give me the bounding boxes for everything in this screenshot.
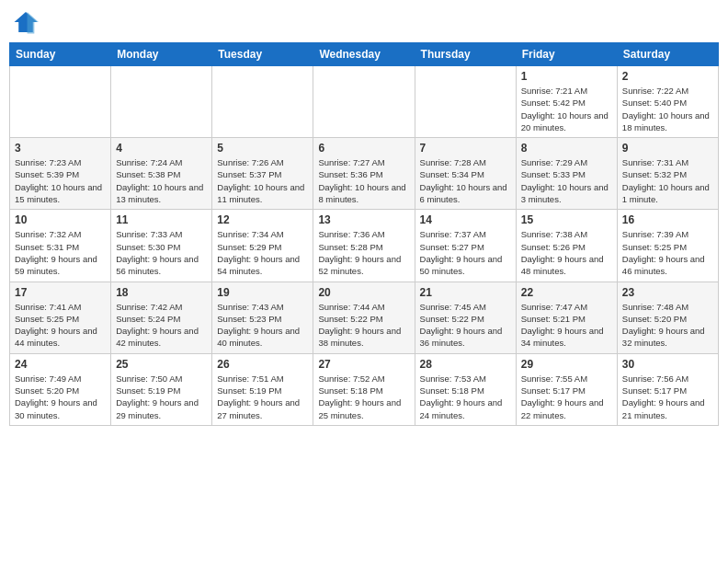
calendar-header-row: SundayMondayTuesdayWednesdayThursdayFrid…: [10, 43, 719, 66]
day-info: Sunrise: 7:55 AM Sunset: 5:17 PM Dayligh…: [521, 373, 612, 421]
calendar-table: SundayMondayTuesdayWednesdayThursdayFrid…: [9, 42, 719, 426]
day-info: Sunrise: 7:43 AM Sunset: 5:23 PM Dayligh…: [217, 301, 308, 350]
calendar-cell: 29Sunrise: 7:55 AM Sunset: 5:17 PM Dayli…: [516, 353, 617, 425]
day-number: 7: [420, 142, 511, 155]
calendar-cell: 22Sunrise: 7:47 AM Sunset: 5:21 PM Dayli…: [516, 282, 617, 353]
day-number: 16: [622, 213, 713, 226]
calendar-cell: 1Sunrise: 7:21 AM Sunset: 5:42 PM Daylig…: [516, 66, 617, 138]
day-info: Sunrise: 7:26 AM Sunset: 5:37 PM Dayligh…: [217, 156, 308, 205]
day-info: Sunrise: 7:34 AM Sunset: 5:29 PM Dayligh…: [217, 228, 308, 277]
day-info: Sunrise: 7:52 AM Sunset: 5:18 PM Dayligh…: [318, 373, 409, 421]
calendar-cell: [212, 66, 313, 138]
day-number: 5: [217, 142, 308, 155]
day-info: Sunrise: 7:31 AM Sunset: 5:32 PM Dayligh…: [622, 156, 713, 205]
day-number: 8: [521, 142, 612, 155]
weekday-header: Sunday: [10, 43, 111, 66]
day-number: 14: [420, 213, 511, 226]
day-number: 24: [15, 358, 106, 371]
calendar-cell: 7Sunrise: 7:28 AM Sunset: 5:34 PM Daylig…: [415, 138, 516, 210]
day-info: Sunrise: 7:42 AM Sunset: 5:24 PM Dayligh…: [116, 301, 207, 350]
calendar-week-row: 24Sunrise: 7:49 AM Sunset: 5:20 PM Dayli…: [10, 353, 719, 425]
day-info: Sunrise: 7:47 AM Sunset: 5:21 PM Dayligh…: [521, 301, 612, 350]
calendar-cell: 2Sunrise: 7:22 AM Sunset: 5:40 PM Daylig…: [617, 66, 718, 138]
calendar-cell: 11Sunrise: 7:33 AM Sunset: 5:30 PM Dayli…: [111, 210, 212, 282]
day-number: 9: [622, 142, 713, 155]
logo: [13, 9, 42, 35]
calendar-cell: 8Sunrise: 7:29 AM Sunset: 5:33 PM Daylig…: [516, 138, 617, 210]
day-info: Sunrise: 7:44 AM Sunset: 5:22 PM Dayligh…: [318, 301, 409, 350]
day-number: 11: [116, 213, 207, 226]
calendar-cell: 6Sunrise: 7:27 AM Sunset: 5:36 PM Daylig…: [313, 138, 415, 210]
calendar-cell: 4Sunrise: 7:24 AM Sunset: 5:38 PM Daylig…: [111, 138, 212, 210]
calendar-cell: [313, 66, 415, 138]
day-number: 19: [217, 286, 308, 299]
day-number: 2: [622, 70, 713, 83]
calendar-week-row: 10Sunrise: 7:32 AM Sunset: 5:31 PM Dayli…: [10, 210, 719, 282]
weekday-header: Monday: [111, 43, 212, 66]
day-number: 6: [318, 142, 409, 155]
day-number: 12: [217, 213, 308, 226]
day-info: Sunrise: 7:27 AM Sunset: 5:36 PM Dayligh…: [318, 156, 409, 205]
day-info: Sunrise: 7:56 AM Sunset: 5:17 PM Dayligh…: [622, 373, 713, 421]
logo-icon: [13, 9, 39, 35]
calendar-cell: 3Sunrise: 7:23 AM Sunset: 5:39 PM Daylig…: [10, 138, 111, 210]
calendar-cell: 16Sunrise: 7:39 AM Sunset: 5:25 PM Dayli…: [617, 210, 718, 282]
day-number: 23: [622, 286, 713, 299]
day-info: Sunrise: 7:48 AM Sunset: 5:20 PM Dayligh…: [622, 301, 713, 350]
weekday-header: Friday: [516, 43, 617, 66]
day-info: Sunrise: 7:24 AM Sunset: 5:38 PM Dayligh…: [116, 156, 207, 205]
calendar-cell: 19Sunrise: 7:43 AM Sunset: 5:23 PM Dayli…: [212, 282, 313, 353]
day-info: Sunrise: 7:29 AM Sunset: 5:33 PM Dayligh…: [521, 156, 612, 205]
day-number: 17: [15, 286, 106, 299]
day-number: 27: [318, 358, 409, 371]
day-info: Sunrise: 7:38 AM Sunset: 5:26 PM Dayligh…: [521, 228, 612, 277]
weekday-header: Wednesday: [313, 43, 415, 66]
day-info: Sunrise: 7:28 AM Sunset: 5:34 PM Dayligh…: [420, 156, 511, 205]
day-info: Sunrise: 7:37 AM Sunset: 5:27 PM Dayligh…: [420, 228, 511, 277]
day-number: 3: [15, 142, 106, 155]
day-number: 30: [622, 358, 713, 371]
day-info: Sunrise: 7:51 AM Sunset: 5:19 PM Dayligh…: [217, 373, 308, 421]
calendar-cell: 12Sunrise: 7:34 AM Sunset: 5:29 PM Dayli…: [212, 210, 313, 282]
day-info: Sunrise: 7:49 AM Sunset: 5:20 PM Dayligh…: [15, 373, 106, 421]
calendar-cell: 10Sunrise: 7:32 AM Sunset: 5:31 PM Dayli…: [10, 210, 111, 282]
day-info: Sunrise: 7:22 AM Sunset: 5:40 PM Dayligh…: [622, 85, 713, 133]
calendar-cell: 13Sunrise: 7:36 AM Sunset: 5:28 PM Dayli…: [313, 210, 415, 282]
calendar-cell: 14Sunrise: 7:37 AM Sunset: 5:27 PM Dayli…: [415, 210, 516, 282]
day-number: 29: [521, 358, 612, 371]
day-info: Sunrise: 7:53 AM Sunset: 5:18 PM Dayligh…: [420, 373, 511, 421]
day-number: 15: [521, 213, 612, 226]
day-number: 21: [420, 286, 511, 299]
day-info: Sunrise: 7:23 AM Sunset: 5:39 PM Dayligh…: [15, 156, 106, 205]
day-number: 20: [318, 286, 409, 299]
weekday-header: Tuesday: [212, 43, 313, 66]
calendar-cell: 15Sunrise: 7:38 AM Sunset: 5:26 PM Dayli…: [516, 210, 617, 282]
day-number: 22: [521, 286, 612, 299]
calendar-cell: [111, 66, 212, 138]
day-info: Sunrise: 7:39 AM Sunset: 5:25 PM Dayligh…: [622, 228, 713, 277]
day-number: 25: [116, 358, 207, 371]
page-header: [9, 9, 719, 35]
calendar-cell: 9Sunrise: 7:31 AM Sunset: 5:32 PM Daylig…: [617, 138, 718, 210]
calendar-week-row: 1Sunrise: 7:21 AM Sunset: 5:42 PM Daylig…: [10, 66, 719, 138]
calendar-cell: 5Sunrise: 7:26 AM Sunset: 5:37 PM Daylig…: [212, 138, 313, 210]
calendar-cell: 27Sunrise: 7:52 AM Sunset: 5:18 PM Dayli…: [313, 353, 415, 425]
calendar-cell: 30Sunrise: 7:56 AM Sunset: 5:17 PM Dayli…: [617, 353, 718, 425]
weekday-header: Saturday: [617, 43, 718, 66]
day-number: 18: [116, 286, 207, 299]
calendar-cell: 20Sunrise: 7:44 AM Sunset: 5:22 PM Dayli…: [313, 282, 415, 353]
calendar-cell: 18Sunrise: 7:42 AM Sunset: 5:24 PM Dayli…: [111, 282, 212, 353]
calendar-week-row: 3Sunrise: 7:23 AM Sunset: 5:39 PM Daylig…: [10, 138, 719, 210]
calendar-cell: [415, 66, 516, 138]
calendar-cell: 28Sunrise: 7:53 AM Sunset: 5:18 PM Dayli…: [415, 353, 516, 425]
calendar-cell: 17Sunrise: 7:41 AM Sunset: 5:25 PM Dayli…: [10, 282, 111, 353]
calendar-cell: 23Sunrise: 7:48 AM Sunset: 5:20 PM Dayli…: [617, 282, 718, 353]
calendar-cell: 21Sunrise: 7:45 AM Sunset: 5:22 PM Dayli…: [415, 282, 516, 353]
day-number: 1: [521, 70, 612, 83]
day-info: Sunrise: 7:45 AM Sunset: 5:22 PM Dayligh…: [420, 301, 511, 350]
day-number: 28: [420, 358, 511, 371]
day-info: Sunrise: 7:32 AM Sunset: 5:31 PM Dayligh…: [15, 228, 106, 277]
day-info: Sunrise: 7:36 AM Sunset: 5:28 PM Dayligh…: [318, 228, 409, 277]
calendar-cell: 24Sunrise: 7:49 AM Sunset: 5:20 PM Dayli…: [10, 353, 111, 425]
day-info: Sunrise: 7:33 AM Sunset: 5:30 PM Dayligh…: [116, 228, 207, 277]
